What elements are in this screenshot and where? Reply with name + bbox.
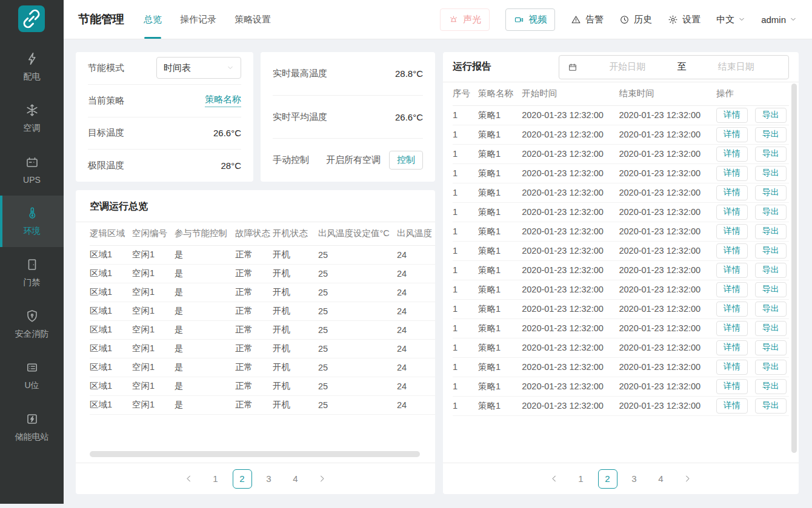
app-logo[interactable] — [18, 5, 45, 32]
report-table-cell: 2020-01-23 12:32:00 — [619, 396, 716, 415]
ac-page-2[interactable]: 2 — [233, 469, 252, 489]
ac-table-row[interactable]: 区域1空闲1是正常开机2524 — [90, 302, 435, 320]
detail-button[interactable]: 详情 — [716, 185, 748, 200]
ac-next-page-button[interactable] — [313, 469, 332, 489]
export-button[interactable]: 导出 — [755, 379, 787, 394]
video-button[interactable]: 视频 — [505, 8, 555, 31]
report-table-cell: 2020-01-23 12:32:00 — [522, 318, 619, 338]
mode-select[interactable]: 时间表 — [156, 57, 241, 79]
sound-light-button[interactable]: 声光 — [440, 8, 490, 31]
export-button[interactable]: 导出 — [755, 302, 787, 317]
ac-table-cell: 25 — [318, 283, 397, 302]
sidebar-item-power[interactable]: 配电 — [0, 41, 64, 93]
export-button[interactable]: 导出 — [755, 127, 787, 142]
settings-button[interactable]: 设置 — [668, 14, 701, 25]
language-dropdown[interactable]: 中文 — [716, 14, 745, 25]
report-page-3[interactable]: 3 — [625, 469, 644, 489]
snowflake-icon — [25, 103, 39, 117]
export-button[interactable]: 导出 — [755, 398, 787, 414]
ac-prev-page-button[interactable] — [179, 469, 199, 489]
tab-label: 策略设置 — [235, 14, 271, 25]
top-header: 节能管理 总览操作记录策略设置 声光 视频 告警 历史 — [64, 0, 812, 39]
ac-table-header-row: 逻辑区域空闲编号参与节能控制故障状态开机状态出风温度设定值°C出风温度 — [90, 222, 435, 245]
detail-button[interactable]: 详情 — [716, 166, 748, 181]
ac-column-header: 参与节能控制 — [175, 222, 235, 245]
ac-table-row[interactable]: 区域1空闲1是正常开机2524 — [90, 377, 435, 395]
report-page-1[interactable]: 1 — [571, 469, 591, 489]
sidebar-item-ac[interactable]: 空调 — [0, 93, 64, 144]
alarm-button[interactable]: 告警 — [571, 14, 604, 25]
ac-page-1[interactable]: 1 — [206, 469, 225, 489]
ac-table-cell: 空闲1 — [132, 245, 175, 264]
detail-button[interactable]: 详情 — [716, 321, 748, 336]
ac-table-row[interactable]: 区域1空闲1是正常开机2524 — [90, 264, 435, 283]
detail-button[interactable]: 详情 — [716, 398, 748, 414]
detail-button[interactable]: 详情 — [716, 282, 748, 297]
export-button[interactable]: 导出 — [755, 166, 787, 181]
ac-table-cell: 正常 — [235, 283, 273, 302]
detail-button[interactable]: 详情 — [716, 340, 748, 355]
ac-table-cell: 区域1 — [90, 245, 132, 264]
vertical-scrollbar[interactable] — [791, 84, 797, 453]
report-page-4[interactable]: 4 — [651, 469, 671, 489]
export-button[interactable]: 导出 — [755, 263, 787, 278]
tab-2[interactable]: 策略设置 — [235, 0, 271, 39]
ac-table-row[interactable]: 区域1空闲1是正常开机2524 — [90, 358, 435, 377]
sidebar-item-env[interactable]: 环境 — [0, 196, 64, 247]
ac-table-row[interactable]: 区域1空闲1是正常开机2524 — [90, 339, 435, 358]
report-page-2[interactable]: 2 — [598, 469, 617, 489]
detail-button[interactable]: 详情 — [716, 302, 748, 317]
app-root: 配电空调UPS环境门禁安全消防U位储能电站 节能管理 总览操作记录策略设置 声光… — [0, 0, 812, 508]
export-button[interactable]: 导出 — [755, 147, 787, 162]
detail-button[interactable]: 详情 — [716, 379, 748, 394]
export-button[interactable]: 导出 — [755, 224, 787, 239]
export-button[interactable]: 导出 — [755, 108, 787, 123]
end-date-input[interactable]: 结束日期 — [693, 61, 780, 73]
ac-table-row[interactable]: 区域1空闲1是正常开机2524 — [90, 395, 435, 414]
detail-button[interactable]: 详情 — [716, 224, 748, 239]
detail-button[interactable]: 详情 — [716, 263, 748, 278]
start-date-input[interactable]: 开始日期 — [584, 61, 671, 73]
ac-page-4[interactable]: 4 — [286, 469, 305, 489]
report-table-cell: 2020-01-23 12:32:00 — [522, 105, 619, 125]
tab-0[interactable]: 总览 — [144, 0, 162, 39]
detail-button[interactable]: 详情 — [716, 127, 748, 142]
sidebar-item-uslot[interactable]: U位 — [0, 350, 64, 401]
control-button[interactable]: 控制 — [389, 151, 423, 170]
detail-button[interactable]: 详情 — [716, 243, 748, 259]
export-button[interactable]: 导出 — [755, 243, 787, 259]
history-button[interactable]: 历史 — [619, 14, 652, 25]
report-table-cell: 2020-01-23 12:32:00 — [619, 357, 716, 377]
date-range-picker[interactable]: 开始日期 至 结束日期 — [559, 55, 789, 79]
export-button[interactable]: 导出 — [755, 205, 787, 220]
export-button[interactable]: 导出 — [755, 340, 787, 355]
sidebar-item-safety[interactable]: 安全消防 — [0, 299, 64, 350]
horizontal-scrollbar[interactable] — [90, 451, 420, 457]
ac-table-cell: 正常 — [235, 320, 273, 339]
sidebar-item-storage[interactable]: 储能电站 — [0, 401, 64, 453]
detail-button[interactable]: 详情 — [716, 147, 748, 162]
ac-table-row[interactable]: 区域1空闲1是正常开机2524 — [90, 245, 435, 264]
detail-button[interactable]: 详情 — [716, 360, 748, 375]
report-prev-page-button[interactable] — [545, 469, 564, 489]
ac-pagination: 1234 — [179, 469, 332, 489]
report-table-row: 1策略12020-01-23 12:32:002020-01-23 12:32:… — [453, 396, 789, 415]
detail-button[interactable]: 详情 — [716, 205, 748, 220]
export-button[interactable]: 导出 — [755, 185, 787, 200]
ac-table-row[interactable]: 区域1空闲1是正常开机2524 — [90, 283, 435, 302]
policy-name-link[interactable]: 策略名称 — [205, 94, 241, 107]
detail-button[interactable]: 详情 — [716, 108, 748, 123]
sidebar-item-label: 空调 — [24, 123, 41, 134]
export-button[interactable]: 导出 — [755, 321, 787, 336]
tab-1[interactable]: 操作记录 — [180, 0, 216, 39]
sidebar-item-access[interactable]: 门禁 — [0, 247, 64, 299]
report-next-page-button[interactable] — [678, 469, 697, 489]
sidebar-item-ups[interactable]: UPS — [0, 144, 64, 196]
export-button[interactable]: 导出 — [755, 282, 787, 297]
user-dropdown[interactable]: admin — [761, 15, 797, 25]
report-table-cell: 策略1 — [478, 222, 522, 241]
ac-table-row[interactable]: 区域1空闲1是正常开机2524 — [90, 320, 435, 339]
ac-page-3[interactable]: 3 — [259, 469, 279, 489]
export-button[interactable]: 导出 — [755, 360, 787, 375]
ac-table-cell: 开机 — [273, 302, 318, 320]
